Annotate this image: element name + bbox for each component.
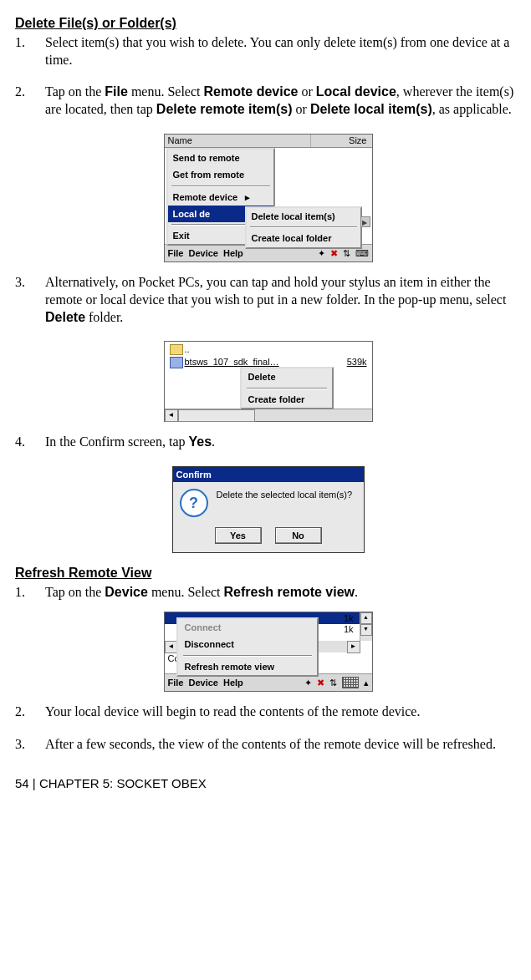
menu-send-to-remote[interactable]: Send to remote — [168, 150, 273, 166]
disconnect-icon[interactable]: ✖ — [317, 677, 324, 688]
step-num: 2. — [15, 703, 45, 721]
hscrollbar[interactable]: ◄ — [165, 409, 372, 421]
local-submenu: Delete local item(s) Create local folder — [245, 206, 362, 249]
toolbar-file[interactable]: File — [168, 247, 184, 259]
yes-button[interactable]: Yes — [215, 527, 262, 544]
toolbar-help[interactable]: Help — [223, 247, 243, 259]
scroll-right-icon[interactable]: ► — [347, 641, 360, 653]
connect-icon[interactable]: ✦ — [318, 247, 325, 259]
t: Alternatively, on Pocket PCs, you can ta… — [45, 275, 506, 307]
label: Remote device — [173, 192, 238, 202]
t: Yes — [189, 434, 212, 449]
t: Delete local item(s) — [310, 102, 432, 116]
scroll-thumb[interactable] — [178, 409, 255, 422]
toolbar-help[interactable]: Help — [223, 677, 243, 688]
vscrollbar[interactable]: ▲ ▼ — [360, 612, 372, 641]
step-1: 1. Tap on the Device menu. Select Refres… — [15, 584, 521, 602]
parent-folder-row[interactable]: .. — [170, 343, 190, 355]
scroll-left-icon[interactable]: ◄ — [165, 409, 178, 422]
step-num: 4. — [15, 434, 45, 451]
step-num: 1. — [15, 34, 45, 69]
separator — [171, 185, 270, 187]
t: menu. Select — [148, 585, 224, 599]
col-size[interactable]: Size — [311, 135, 372, 146]
delete-steps-cont2: 4. In the Confirm screen, tap Yes. — [15, 434, 521, 451]
step-text: Select item(s) that you wish to delete. … — [45, 34, 521, 69]
file-size: 539k — [347, 356, 372, 368]
file-size: 1k — [344, 623, 354, 635]
t: File — [105, 84, 128, 99]
transfer-icon[interactable]: ⇅ — [343, 247, 350, 259]
t: . — [355, 585, 358, 599]
folder-label: .. — [185, 343, 190, 355]
t: Local device — [316, 84, 396, 99]
menu-delete-local-items[interactable]: Delete local item(s) — [247, 208, 360, 225]
screenshot-file-menu: Name Size Send to remote Get from remote… — [164, 134, 373, 262]
delete-steps-cont: 3. Alternatively, on Pocket PCs, you can… — [15, 274, 521, 326]
step-3: 3. After a few seconds, the view of the … — [15, 736, 521, 754]
t: folder. — [85, 310, 123, 324]
keyboard-icon[interactable]: ⌨ — [355, 247, 369, 259]
chevron-right-icon: ▸ — [245, 192, 250, 202]
delete-steps: 1. Select item(s) that you wish to delet… — [15, 34, 521, 119]
menu-connect[interactable]: Connect — [178, 619, 317, 636]
disconnect-icon[interactable]: ✖ — [330, 247, 338, 259]
t: In the Confirm screen, tap — [45, 434, 189, 449]
dialog-title: Confirm — [173, 467, 364, 482]
t: Device — [105, 585, 148, 599]
menu-get-from-remote[interactable]: Get from remote — [168, 166, 273, 183]
step-text: In the Confirm screen, tap Yes. — [45, 434, 521, 451]
t: Tap on the — [45, 585, 105, 599]
context-menu: Delete Create folder — [240, 367, 334, 409]
t: Remote device — [204, 84, 299, 99]
t: , as applicable. — [432, 102, 512, 116]
keyboard-icon[interactable] — [342, 677, 359, 688]
menu-remote-device[interactable]: Remote device ▸ — [168, 189, 273, 206]
t: or — [298, 84, 315, 99]
t: Delete — [45, 310, 85, 324]
step-3: 3. Alternatively, on Pocket PCs, you can… — [15, 274, 521, 326]
step-1: 1. Select item(s) that you wish to delet… — [15, 34, 521, 69]
step-num: 2. — [15, 84, 45, 119]
t: or — [293, 102, 310, 116]
transfer-icon[interactable]: ⇅ — [329, 677, 337, 688]
scroll-right-icon[interactable] — [360, 216, 370, 227]
step-2: 2. Your local device will begin to read … — [15, 703, 521, 721]
ctx-create-folder[interactable]: Create folder — [242, 391, 332, 408]
t: . — [212, 434, 215, 449]
menu-refresh-remote-view[interactable]: Refresh remote view — [178, 658, 317, 675]
device-menu-popup: Connect Disconnect Refresh remote view — [176, 617, 319, 677]
step-num: 1. — [15, 584, 45, 602]
separator — [183, 655, 312, 657]
toolbar-device[interactable]: Device — [188, 247, 217, 259]
no-button[interactable]: No — [275, 527, 322, 544]
heading-refresh: Refresh Remote View — [15, 565, 521, 582]
separator — [250, 226, 357, 228]
step-text: Tap on the File menu. Select Remote devi… — [45, 84, 521, 119]
question-icon: ? — [180, 489, 208, 517]
menu-create-local-folder[interactable]: Create local folder — [247, 230, 360, 246]
scroll-down-icon[interactable]: ▼ — [360, 624, 372, 636]
toolbar-device[interactable]: Device — [188, 677, 217, 688]
step-num: 3. — [15, 736, 45, 754]
screenshot-confirm-dialog: Confirm ? Delete the selected local item… — [172, 466, 365, 553]
file-icon — [170, 357, 183, 368]
ctx-delete[interactable]: Delete — [242, 368, 332, 385]
screenshot-device-menu: 1k 1k ▲ ▼ ◄ ► Con Connect Disconnect Ref… — [164, 612, 373, 692]
label: Local de — [173, 208, 211, 220]
step-num: 3. — [15, 274, 45, 326]
step-text: Your local device will begin to read the… — [45, 703, 521, 721]
refresh-steps: 1. Tap on the Device menu. Select Refres… — [15, 584, 521, 602]
step-4: 4. In the Confirm screen, tap Yes. — [15, 434, 521, 451]
list-header: Name Size — [165, 135, 372, 148]
scroll-up-icon[interactable]: ▲ — [360, 612, 372, 624]
step-text: Tap on the Device menu. Select Refresh r… — [45, 584, 521, 602]
col-name[interactable]: Name — [165, 135, 311, 146]
t: Refresh remote view — [224, 585, 355, 599]
folder-icon — [170, 344, 183, 355]
menu-disconnect[interactable]: Disconnect — [178, 636, 317, 652]
connect-icon[interactable]: ✦ — [304, 677, 312, 688]
toolbar-file[interactable]: File — [168, 677, 184, 688]
up-caret-icon[interactable]: ▴ — [364, 677, 369, 688]
t: Delete remote item(s) — [156, 102, 293, 116]
